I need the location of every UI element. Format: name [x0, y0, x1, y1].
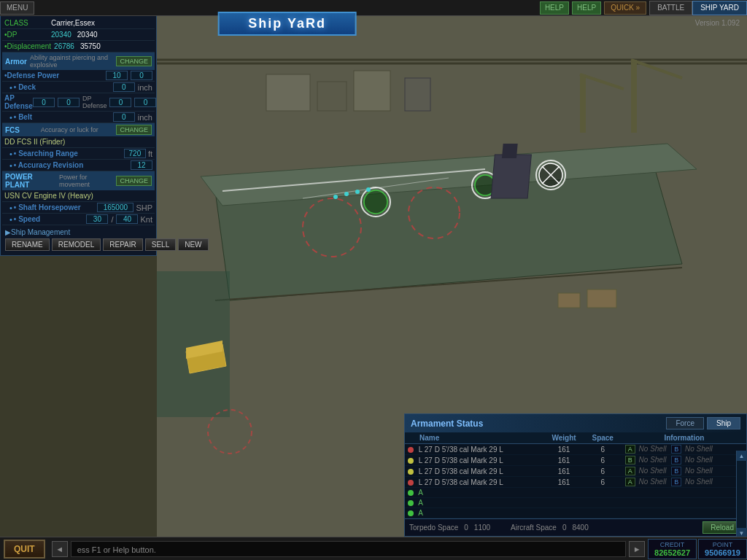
torpedo-bar: Torpedo Space 0 1100 Aircraft Space 0 84…: [405, 518, 746, 536]
menu-button[interactable]: MENU: [0, 1, 34, 15]
new-btn[interactable]: NEW: [178, 238, 208, 251]
help-button[interactable]: HELP: [540, 1, 569, 15]
deck-row: • • Deck 0 inch: [2, 82, 155, 93]
ship-tab[interactable]: Ship: [707, 417, 740, 429]
fcs-sub: Accuracy or luck for: [41, 126, 98, 133]
deck-label: • Deck: [14, 83, 113, 91]
tab-shipyard[interactable]: SHIP YARD: [692, 1, 747, 15]
armor-change-btn[interactable]: CHANGE: [116, 56, 152, 66]
dp-row: •DP 20340 20340: [2, 29, 155, 41]
armament-tbody: L 27 D 5'/38 cal Mark 29 L 161 6 A No Sh…: [405, 444, 746, 518]
defense-power-label: •Defense Power: [4, 71, 106, 79]
points-label: POINT: [705, 541, 740, 548]
dp-label: •DP: [4, 31, 48, 39]
class-value: Carrier,Essex: [51, 19, 95, 27]
svg-point-33: [355, 190, 360, 194]
quick-button[interactable]: QUICK »: [604, 1, 646, 15]
fcs-change-btn[interactable]: CHANGE: [116, 125, 152, 135]
accuracy-label: • Accuracy Revision: [14, 161, 131, 169]
deck-val: 0: [113, 82, 135, 92]
repair-btn[interactable]: REPAIR: [103, 238, 143, 251]
top-tabs: BATTLE SHIP YARD: [649, 1, 747, 15]
fcs-name-row: DD FCS II (Finder): [2, 136, 155, 148]
belt-row: • • Belt 0 inch: [2, 112, 155, 123]
top-menu-bar: MENU Ship YaRd HELP HELP QUICK » BATTLE …: [0, 0, 747, 16]
table-row[interactable]: L 27 D 5'/38 cal Mark 29 L 161 6 A No Sh…: [405, 477, 746, 488]
table-row[interactable]: L 27 D 5'/38 cal Mark 29 L 161 6 B No Sh…: [405, 455, 746, 466]
belt-bullet: •: [9, 113, 12, 122]
speed-max: 40: [116, 214, 138, 224]
remodel-btn[interactable]: REMODEL: [52, 238, 101, 251]
tab-battle[interactable]: BATTLE: [649, 1, 692, 15]
ap-defense-label: AP Defense: [4, 94, 33, 110]
nav-right-arrow[interactable]: ►: [629, 541, 645, 557]
svg-rect-28: [558, 293, 580, 308]
col-weight: Weight: [544, 432, 583, 444]
shaft-label: • Shaft Horsepower: [14, 203, 98, 211]
scroll-up-arrow[interactable]: ▲: [737, 451, 747, 461]
quit-button[interactable]: QUIT: [4, 540, 45, 559]
svg-rect-17: [491, 155, 531, 198]
ap-val2: 0: [58, 98, 80, 107]
search-label: • Searching Range: [14, 149, 124, 158]
help2-button[interactable]: HELP: [572, 1, 601, 15]
rename-btn[interactable]: RENAME: [5, 238, 50, 251]
svg-rect-29: [587, 289, 616, 308]
points-panel: POINT 95066919: [698, 539, 747, 559]
sell-btn[interactable]: SELL: [145, 238, 176, 251]
svg-rect-26: [405, 78, 430, 111]
belt-label: • Belt: [14, 113, 113, 121]
shaft-hp-row: • • Shaft Horsepower 165000 SHP: [2, 202, 155, 214]
version-text: Version 1.092: [695, 19, 740, 27]
svg-rect-24: [317, 82, 347, 111]
accuracy-bullet: •: [9, 161, 12, 170]
fcs-header: FCS Accuracy or luck for CHANGE: [2, 123, 155, 136]
belt-unit: inch: [138, 113, 152, 122]
speed-val: 30: [86, 214, 108, 224]
ap-val1: 0: [33, 98, 55, 107]
table-row[interactable]: L 27 D 5'/38 cal Mark 29 L 161 6 A No Sh…: [405, 466, 746, 477]
col-space: Space: [584, 432, 622, 444]
speed-label: • Speed: [14, 215, 87, 223]
shipyard-title: Ship YaRd: [217, 12, 357, 36]
torpedo-val1: 0: [464, 524, 468, 532]
aircraft-val1: 0: [562, 524, 567, 532]
svg-rect-21: [631, 60, 637, 133]
class-row: CLASS Carrier,Essex: [2, 18, 155, 29]
ship-management: ▶Ship Management RENAME REMODEL REPAIR S…: [2, 225, 155, 254]
table-row[interactable]: A: [405, 508, 746, 518]
engine-name: USN CV Engine IV (Heavy): [4, 192, 93, 200]
power-change-btn[interactable]: CHANGE: [116, 176, 152, 186]
table-row[interactable]: A: [405, 498, 746, 508]
armament-panel: Armament Status Force Ship Name Weight S…: [404, 413, 747, 537]
search-bullet: •: [9, 149, 12, 158]
svg-rect-25: [354, 71, 390, 111]
belt-val: 0: [113, 112, 135, 122]
armament-tabs: Force Ship: [666, 417, 740, 429]
shaft-val: 165000: [97, 203, 133, 212]
menu-buttons: MENU: [0, 1, 34, 15]
armament-header: Armament Status Force Ship: [405, 414, 746, 432]
accuracy-val: 12: [131, 160, 152, 170]
defense-power-val2: 0: [131, 71, 152, 80]
search-unit: ft: [148, 149, 152, 158]
class-label: CLASS: [4, 19, 48, 27]
col-name: Name: [405, 432, 544, 444]
nav-left-arrow[interactable]: ◄: [52, 541, 68, 557]
force-tab[interactable]: Force: [666, 417, 704, 429]
svg-point-34: [366, 187, 371, 192]
table-row[interactable]: L 27 D 5'/38 cal Mark 29 L 161 6 A No Sh…: [405, 444, 746, 455]
table-row[interactable]: A: [405, 488, 746, 498]
left-panel: CLASS Carrier,Essex •DP 20340 20340 •Dis…: [0, 16, 157, 256]
svg-point-15: [364, 190, 387, 214]
svg-point-32: [344, 192, 349, 196]
power-sub: Power for movement: [59, 174, 117, 188]
speed-row: • • Speed 30 / 40 Knt: [2, 214, 155, 225]
aircraft-label: Aircraft Space: [511, 524, 557, 532]
torpedo-label: Torpedo Space: [409, 524, 458, 532]
fcs-name: DD FCS II (Finder): [4, 138, 65, 146]
armament-scrollbar[interactable]: ▲ ▼: [736, 451, 746, 538]
defense-power-val1: 10: [106, 71, 128, 80]
shaft-bullet: •: [9, 203, 12, 212]
searching-range-row: • • Searching Range 720 ft: [2, 148, 155, 160]
